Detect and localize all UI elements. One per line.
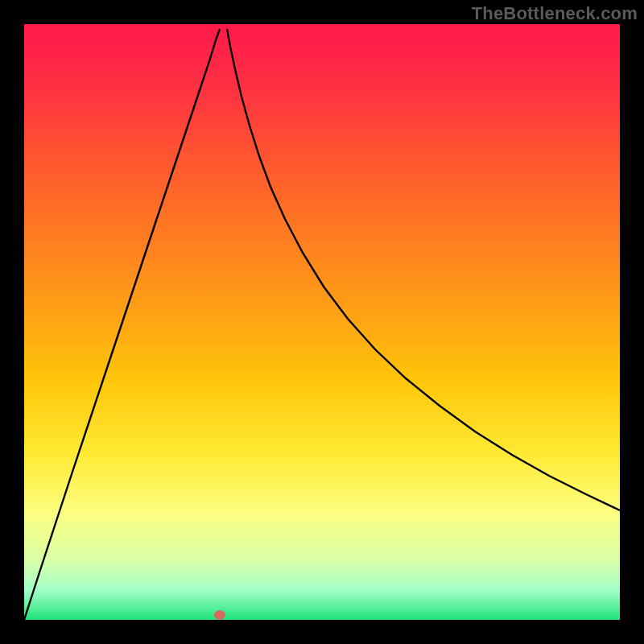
bottleneck-curve	[24, 24, 620, 620]
curve-left-branch	[24, 29, 220, 620]
curve-right-branch	[227, 29, 620, 510]
optimal-point-marker	[214, 610, 225, 620]
watermark-text: TheBottleneck.com	[472, 3, 638, 24]
plot-area	[24, 24, 620, 620]
chart-frame: TheBottleneck.com	[0, 0, 644, 644]
